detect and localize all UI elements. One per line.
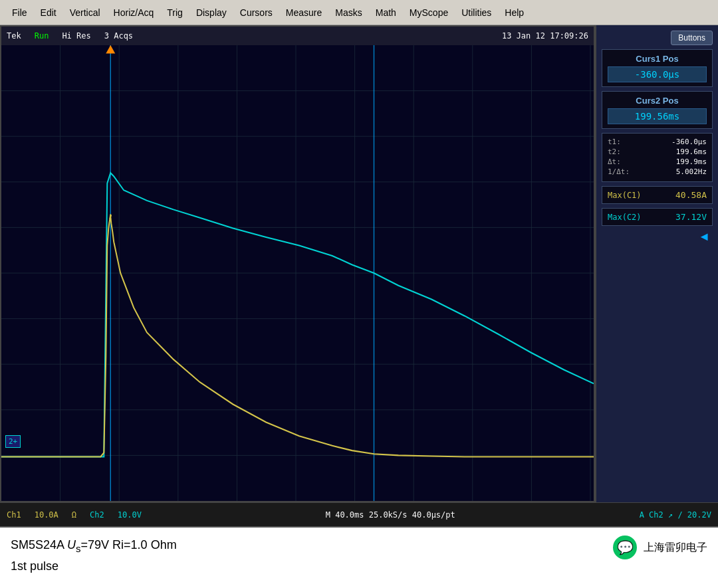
menu-utilities[interactable]: Utilities (455, 5, 498, 21)
menu-display[interactable]: Display (189, 5, 233, 21)
max-c2-label: Max(C2) (608, 213, 642, 222)
meas-t2-label: t2: (608, 147, 621, 156)
caption-brand: 💬 上海雷卯电子 (613, 536, 707, 559)
scope-resolution: Hi Res (62, 31, 90, 41)
menu-edit[interactable]: Edit (34, 5, 63, 21)
max-c1-label: Max(C1) (608, 191, 642, 200)
menu-vertical[interactable]: Vertical (63, 5, 107, 21)
meas-t1-row: t1: -360.0µs (608, 138, 707, 146)
caption-line1: SM5S24A Us=79V Ri=1.0 Ohm (11, 536, 177, 557)
meas-invdt-row: 1/Δt: 5.002Hz (608, 167, 707, 176)
trigger-info: A Ch2 ↗ / 20.2V (640, 510, 711, 520)
right-panel: Buttons Curs1 Pos -360.0µs Curs2 Pos 199… (595, 25, 718, 502)
meas-t1-value: -360.0µs (671, 138, 707, 146)
caption-text: SM5S24A Us=79V Ri=1.0 Ohm 1st pulse (11, 536, 177, 575)
menu-myscope[interactable]: MyScope (403, 5, 455, 21)
max-c1-panel: Max(C1) 40.58A (602, 186, 713, 204)
curs2-label: Curs2 Pos (608, 96, 707, 106)
curs1-value: -360.0µs (608, 66, 707, 82)
menu-masks[interactable]: Masks (328, 5, 368, 21)
scope-waveform-canvas (1, 45, 594, 501)
curs2-value: 199.56ms (608, 108, 707, 124)
arrow-indicator: ◄ (602, 230, 713, 244)
scope-run-mode: Run (35, 31, 49, 41)
menu-math[interactable]: Math (369, 5, 403, 21)
ch1-scale: 10.0A (35, 510, 59, 520)
curs1-section: Curs1 Pos -360.0µs (602, 49, 713, 87)
curs1-label: Curs1 Pos (608, 54, 707, 64)
scope-display: Tek Run Hi Res 3 Acqs 13 Jan 12 17:09:26 (0, 25, 595, 502)
curs2-section: Curs2 Pos 199.56ms (602, 91, 713, 129)
scope-bottom-bar: Ch1 10.0A Ω Ch2 10.0V M 40.0ms 25.0kS/s … (0, 502, 718, 526)
menu-file[interactable]: File (5, 5, 34, 21)
menu-measure[interactable]: Measure (279, 5, 328, 21)
meas-invdt-label: 1/Δt: (608, 167, 630, 176)
meas-t2-row: t2: 199.6ms (608, 147, 707, 156)
menu-horiz-acq[interactable]: Horiz/Acq (107, 5, 161, 21)
scope-status-bar: Tek Run Hi Res 3 Acqs 13 Jan 12 17:09:26 (1, 27, 594, 45)
meas-dt-label: Δt: (608, 157, 621, 166)
scope-acquisitions: 3 Acqs (104, 31, 133, 41)
ch2-scale: 10.0V (118, 510, 142, 520)
caption-line2: 1st pulse (11, 557, 177, 576)
caption-area: SM5S24A Us=79V Ri=1.0 Ohm 1st pulse 💬 上海… (0, 526, 718, 588)
scope-brand: Tek (7, 31, 21, 41)
ch1-unit: Ω (72, 510, 76, 520)
wechat-icon: 💬 (613, 536, 637, 559)
ch1-label: Ch1 (7, 510, 21, 520)
menu-cursors[interactable]: Cursors (233, 5, 279, 21)
menu-trig[interactable]: Trig (160, 5, 189, 21)
max-c2-panel: Max(C2) 37.12V (602, 208, 713, 226)
meas-dt-value: 199.9ms (676, 157, 707, 166)
menu-bar: File Edit Vertical Horiz/Acq Trig Displa… (0, 0, 718, 25)
measurements-panel: t1: -360.0µs t2: 199.6ms Δt: 199.9ms 1/Δ… (602, 133, 713, 182)
brand-name: 上海雷卯电子 (644, 541, 707, 555)
buttons-button[interactable]: Buttons (671, 31, 713, 45)
ch2-label: Ch2 (90, 510, 104, 520)
ch2-indicator: 2+ (5, 435, 21, 448)
meas-t1-label: t1: (608, 138, 621, 146)
scope-datetime: 13 Jan 12 17:09:26 (502, 31, 588, 41)
meas-invdt-value: 5.002Hz (676, 167, 707, 176)
max-c2-value: 37.12V (675, 212, 707, 222)
meas-t2-value: 199.6ms (676, 147, 707, 156)
meas-dt-row: Δt: 199.9ms (608, 157, 707, 166)
timebase-info: M 40.0ms 25.0kS/s 40.0µs/pt (326, 510, 455, 520)
menu-help[interactable]: Help (498, 5, 531, 21)
scope-container: Tek Run Hi Res 3 Acqs 13 Jan 12 17:09:26 (0, 25, 718, 502)
max-c1-value: 40.58A (675, 190, 707, 200)
